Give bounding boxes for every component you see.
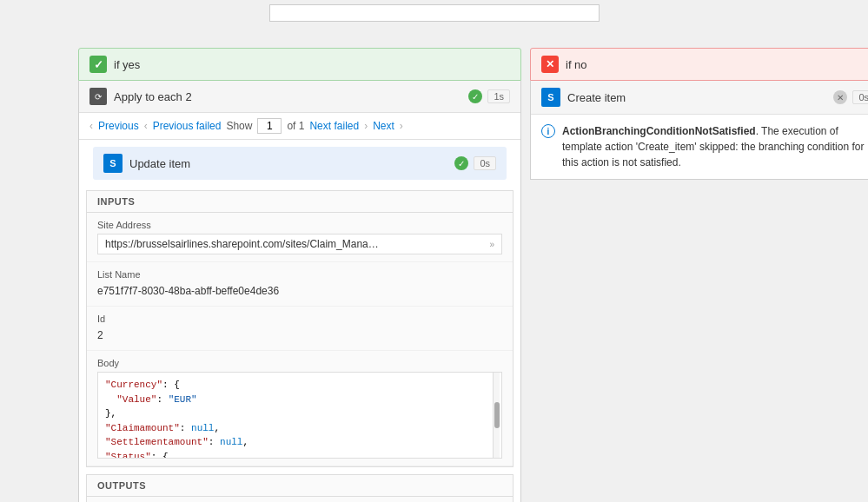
if-no-label: if no xyxy=(566,58,587,71)
loop-icon: ⟳ xyxy=(89,88,107,105)
id-label: Id xyxy=(97,314,502,324)
outputs-header: OUTPUTS xyxy=(87,475,513,497)
id-value: 2 xyxy=(97,327,502,343)
left-panel: ✓ if yes ⟳ Apply to each 2 ✓ 1s xyxy=(78,48,521,502)
update-item-right: ✓ 0s xyxy=(454,156,496,170)
warning-bold-text: ActionBranchingConditionNotSatisfied xyxy=(562,125,756,137)
site-address-value: https://brusselsairlines.sharepoint.com/… xyxy=(105,238,383,250)
if-yes-header: ✓ if yes xyxy=(78,48,521,81)
check-icon: ✓ xyxy=(89,56,107,73)
list-name-field: List Name e751f7f7-8030-48ba-abff-beffe0… xyxy=(87,262,513,307)
apply-each-header: ⟳ Apply to each 2 ✓ 1s xyxy=(79,81,520,113)
previous-button[interactable]: Previous xyxy=(98,120,139,132)
sharepoint-icon: S xyxy=(103,154,123,173)
apply-each-success-dot: ✓ xyxy=(468,89,482,103)
site-address-value-box: https://brusselsairlines.sharepoint.com/… xyxy=(97,234,502,254)
site-address-field: Site Address https://brusselsairlines.sh… xyxy=(87,213,513,262)
create-item-title: Create item xyxy=(567,91,626,104)
body-label: Body xyxy=(97,358,502,368)
create-item-right: ✕ 0s xyxy=(833,90,868,104)
update-item-title: Update item xyxy=(129,157,190,170)
update-item-success-dot: ✓ xyxy=(454,156,468,170)
update-item-left: S Update item xyxy=(103,154,190,173)
chevron-right-icon: › xyxy=(364,120,368,132)
outputs-section: OUTPUTS Body "odata.etag": "2019-12-18 ,… xyxy=(86,474,514,502)
create-item-header: S Create item ✕ 0s xyxy=(531,81,868,115)
list-name-label: List Name xyxy=(97,269,502,280)
body-field: Body "Currency": { "Value": "EUR" }, "Cl… xyxy=(87,351,513,466)
create-item-block: S Create item ✕ 0s i ActionBranchingCond… xyxy=(530,81,868,180)
apply-each-duration: 1s xyxy=(487,89,510,103)
if-no-header: ✕ if no xyxy=(530,48,868,81)
warning-message: i ActionBranchingConditionNotSatisfied. … xyxy=(531,115,868,179)
chevron-right2-icon: › xyxy=(400,120,403,132)
next-button[interactable]: Next xyxy=(373,120,394,132)
inputs-header: INPUTS xyxy=(87,191,513,213)
of-label: of 1 xyxy=(287,120,304,132)
create-item-duration: 0s xyxy=(852,90,868,104)
update-item-header: S Update item ✓ 0s xyxy=(93,147,507,180)
expand-arrow-icon[interactable]: » xyxy=(489,240,494,249)
apply-each-block: ⟳ Apply to each 2 ✓ 1s ‹ Previous ‹ Prev… xyxy=(78,81,521,502)
show-label: Show xyxy=(226,120,252,132)
chevron-left-icon: ‹ xyxy=(89,120,93,132)
list-name-value: e751f7f7-8030-48ba-abff-beffe0e4de36 xyxy=(97,283,502,299)
if-yes-label: if yes xyxy=(114,58,140,71)
outputs-body-field: Body "odata.etag": "2019-12-18 , : { "ty… xyxy=(87,497,513,502)
warning-text: ActionBranchingConditionNotSatisfied. Th… xyxy=(562,123,868,170)
create-item-sharepoint-icon: S xyxy=(541,88,560,107)
create-item-left: S Create item xyxy=(541,88,626,107)
close-icon[interactable]: ✕ xyxy=(833,90,847,104)
chevron-left2-icon: ‹ xyxy=(144,120,148,132)
inputs-section: INPUTS Site Address https://brusselsairl… xyxy=(86,190,514,467)
apply-each-title: Apply to each 2 xyxy=(114,90,192,103)
body-code: "Currency": { "Value": "EUR" }, "Claimam… xyxy=(97,372,502,459)
update-item-duration: 0s xyxy=(474,156,496,170)
page-input[interactable] xyxy=(257,118,282,134)
pagination-row: ‹ Previous ‹ Previous failed Show of 1 N… xyxy=(79,113,520,140)
site-address-label: Site Address xyxy=(97,220,502,230)
apply-each-left: ⟳ Apply to each 2 xyxy=(89,88,192,105)
id-field: Id 2 xyxy=(87,307,513,351)
x-icon: ✕ xyxy=(541,56,559,73)
previous-failed-button[interactable]: Previous failed xyxy=(153,120,222,132)
connector-box xyxy=(269,4,600,22)
right-panel: ✕ if no S Create item ✕ 0s i Act xyxy=(530,48,868,502)
next-failed-button[interactable]: Next failed xyxy=(309,120,359,132)
scroll-indicator[interactable] xyxy=(493,373,500,458)
info-icon: i xyxy=(541,124,555,138)
